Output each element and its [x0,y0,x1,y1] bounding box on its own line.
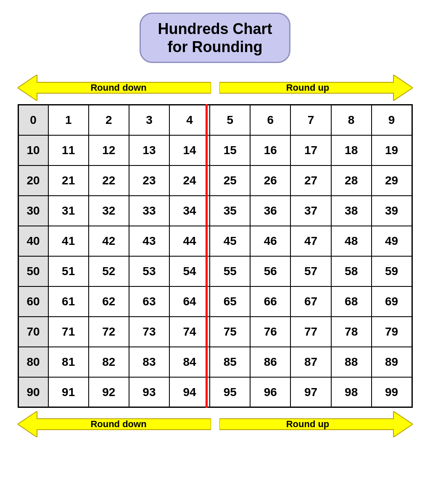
table-cell: 29 [372,165,412,196]
table-cell: 75 [210,317,250,347]
table-cell: 7 [290,105,331,135]
table-row: 20212223242526272829 [18,165,412,196]
table-cell: 72 [89,317,129,347]
table-cell: 57 [290,256,331,286]
table-cell: 66 [250,286,290,317]
table-cell: 94 [169,377,210,407]
table-cell: 43 [129,226,169,256]
table-cell: 78 [331,317,372,347]
table-cell: 44 [169,226,210,256]
table-cell: 89 [372,347,412,377]
table-cell: 11 [48,135,89,165]
arrows-bottom: Round down Round up [18,411,413,437]
table-cell: 32 [89,196,129,226]
table-cell: 53 [129,256,169,286]
table-cell: 98 [331,377,372,407]
table-cell: 61 [48,286,89,317]
row-header: 40 [18,226,48,256]
table-cell: 18 [331,135,372,165]
table-cell: 23 [129,165,169,196]
table-cell: 36 [250,196,290,226]
table-row: 80818283848586878889 [18,347,412,377]
table-cell: 96 [250,377,290,407]
chart-container: 0123456789101112131415161718192021222324… [18,104,413,408]
table-cell: 25 [210,165,250,196]
table-cell: 37 [290,196,331,226]
table-cell: 54 [169,256,210,286]
table-row: 50515253545556575859 [18,256,412,286]
table-cell: 51 [48,256,89,286]
table-cell: 45 [210,226,250,256]
table-cell: 13 [129,135,169,165]
table-cell: 4 [169,105,210,135]
round-down-arrow-bottom: Round down [18,411,211,437]
table-cell: 39 [372,196,412,226]
table-cell: 85 [210,347,250,377]
row-header: 50 [18,256,48,286]
table-cell: 88 [331,347,372,377]
table-cell: 68 [331,286,372,317]
table-cell: 84 [169,347,210,377]
table-cell: 22 [89,165,129,196]
table-cell: 95 [210,377,250,407]
table-cell: 86 [250,347,290,377]
table-cell: 15 [210,135,250,165]
table-cell: 33 [129,196,169,226]
row-header: 20 [18,165,48,196]
table-cell: 55 [210,256,250,286]
table-cell: 73 [129,317,169,347]
table-cell: 12 [89,135,129,165]
table-cell: 42 [89,226,129,256]
table-row: 90919293949596979899 [18,377,412,407]
red-divider-line [206,104,208,408]
table-cell: 16 [250,135,290,165]
svg-text:Round down: Round down [90,82,146,93]
row-header: 80 [18,347,48,377]
table-cell: 27 [290,165,331,196]
table-cell: 87 [290,347,331,377]
table-row: 0123456789 [18,105,412,135]
table-cell: 93 [129,377,169,407]
table-cell: 28 [331,165,372,196]
table-cell: 63 [129,286,169,317]
round-up-arrow-top: Round up [219,75,413,101]
table-row: 10111213141516171819 [18,135,412,165]
table-cell: 38 [331,196,372,226]
hundreds-table: 0123456789101112131415161718192021222324… [18,104,413,408]
page-title: Hundreds Chart for Rounding [158,20,272,56]
table-cell: 92 [89,377,129,407]
table-cell: 46 [250,226,290,256]
table-cell: 49 [372,226,412,256]
table-cell: 21 [48,165,89,196]
table-cell: 64 [169,286,210,317]
table-row: 70717273747576777879 [18,317,412,347]
table-cell: 17 [290,135,331,165]
row-header: 90 [18,377,48,407]
svg-text:Round down: Round down [90,419,146,429]
arrows-top: Round down Round up [18,75,413,101]
table-cell: 82 [89,347,129,377]
table-cell: 41 [48,226,89,256]
table-cell: 3 [129,105,169,135]
table-cell: 47 [290,226,331,256]
table-cell: 24 [169,165,210,196]
table-cell: 56 [250,256,290,286]
table-cell: 8 [331,105,372,135]
table-cell: 67 [290,286,331,317]
table-cell: 2 [89,105,129,135]
page-wrapper: Hundreds Chart for Rounding Round down R… [0,0,430,504]
round-down-arrow-top: Round down [18,75,211,101]
table-cell: 69 [372,286,412,317]
row-header: 10 [18,135,48,165]
svg-text:Round up: Round up [286,82,329,93]
row-header: 0 [18,105,48,135]
table-cell: 81 [48,347,89,377]
table-cell: 9 [372,105,412,135]
table-cell: 59 [372,256,412,286]
table-cell: 58 [331,256,372,286]
table-cell: 99 [372,377,412,407]
table-cell: 71 [48,317,89,347]
table-cell: 6 [250,105,290,135]
row-header: 60 [18,286,48,317]
table-cell: 31 [48,196,89,226]
